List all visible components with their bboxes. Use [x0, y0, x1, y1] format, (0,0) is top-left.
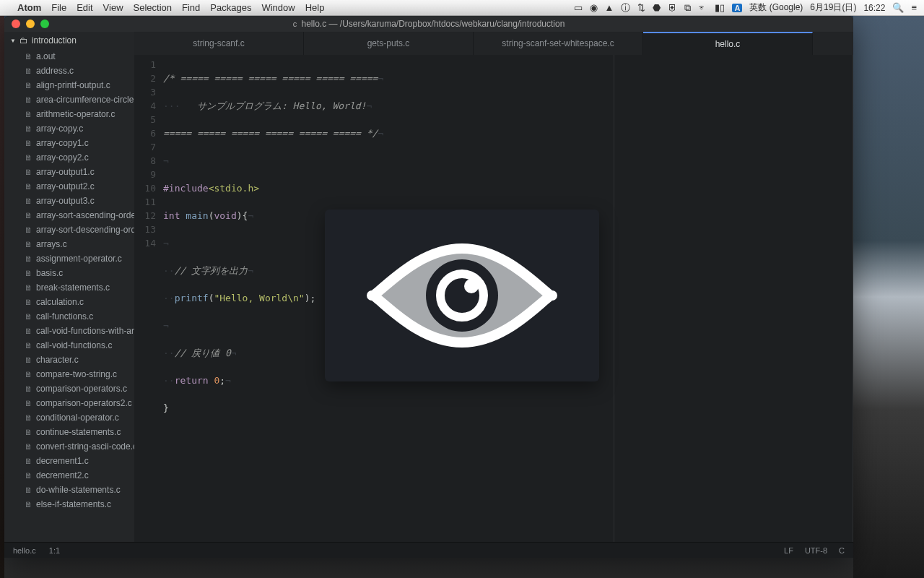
- tree-file-item[interactable]: 🗎a.out: [4, 49, 134, 64]
- tree-file-item[interactable]: 🗎array-copy1.c: [4, 136, 134, 150]
- tree-file-item[interactable]: 🗎array-sort-ascending-order.c: [4, 208, 134, 223]
- tree-file-label: call-functions.c: [36, 311, 93, 322]
- tree-file-item[interactable]: 🗎character.c: [4, 353, 134, 367]
- tree-file-item[interactable]: 🗎call-void-functions.c: [4, 338, 134, 353]
- tree-file-item[interactable]: 🗎call-functions.c: [4, 309, 134, 324]
- tree-file-item[interactable]: 🗎array-output3.c: [4, 194, 134, 208]
- tree-file-item[interactable]: 🗎array-copy.c: [4, 121, 134, 136]
- status-icon[interactable]: ▲: [605, 2, 614, 13]
- tree-file-item[interactable]: 🗎decrement1.c: [4, 454, 134, 468]
- file-icon: 🗎: [25, 486, 32, 494]
- tree-file-label: array-copy2.c: [36, 152, 89, 163]
- ime-badge[interactable]: A: [732, 4, 742, 12]
- notification-center-icon[interactable]: ≡: [911, 2, 917, 13]
- menu-edit[interactable]: Edit: [77, 2, 92, 13]
- preview-overlay[interactable]: [325, 210, 599, 381]
- battery-icon[interactable]: ▮▯: [715, 2, 725, 13]
- wifi-icon[interactable]: ᯤ: [698, 2, 707, 13]
- tree-file-label: array-output3.c: [36, 196, 95, 206]
- menu-packages[interactable]: Packages: [210, 2, 251, 13]
- app-menu[interactable]: Atom: [17, 2, 41, 13]
- minimize-button[interactable]: [26, 20, 35, 28]
- status-icon[interactable]: ▭: [574, 2, 583, 13]
- status-line-ending[interactable]: LF: [784, 546, 793, 555]
- window-titlebar[interactable]: c hello.c — /Users/karuma/Dropbox/htdocs…: [4, 16, 853, 32]
- tree-file-label: align-printf-output.c: [36, 80, 110, 90]
- tree-file-item[interactable]: 🗎arrays.c: [4, 237, 134, 251]
- tree-file-item[interactable]: 🗎continue-statements.c: [4, 425, 134, 439]
- tree-file-item[interactable]: 🗎comparison-operators2.c: [4, 396, 134, 410]
- close-button[interactable]: [12, 20, 20, 28]
- status-cursor-position[interactable]: 1:1: [49, 546, 60, 555]
- tree-file-item[interactable]: 🗎break-statements.c: [4, 280, 134, 295]
- file-icon: 🗎: [25, 95, 32, 104]
- file-icon: 🗎: [25, 327, 32, 335]
- menu-find[interactable]: Find: [182, 2, 200, 13]
- tree-file-label: area-circumference-circle.c: [36, 95, 134, 105]
- tab-bar: string-scanf.c gets-puts.c string-scanf-…: [134, 32, 853, 55]
- tree-file-item[interactable]: 🗎basis.c: [4, 266, 134, 280]
- tab-string-scanf-set-whitespace[interactable]: string-scanf-set-whitespace.c: [474, 32, 643, 55]
- file-icon: 🗎: [25, 442, 32, 451]
- folder-icon: 🗀: [19, 35, 28, 46]
- tab-gets-puts[interactable]: gets-puts.c: [304, 32, 474, 55]
- tree-file-item[interactable]: 🗎calculation.c: [4, 295, 134, 309]
- tree-file-item[interactable]: 🗎do-while-statements.c: [4, 483, 134, 497]
- tree-file-label: arithmetic-operator.c: [36, 109, 115, 119]
- ime-label[interactable]: 英数 (Google): [749, 1, 803, 14]
- tree-file-item[interactable]: 🗎address.c: [4, 64, 134, 78]
- file-icon: 🗎: [25, 312, 32, 321]
- file-icon: 🗎: [25, 182, 32, 191]
- tree-file-label: arrays.c: [36, 239, 67, 249]
- tree-root-folder[interactable]: ▼ 🗀 introduction: [4, 32, 134, 49]
- menu-help[interactable]: Help: [305, 2, 325, 13]
- tree-file-item[interactable]: 🗎assignment-operator.c: [4, 251, 134, 266]
- status-file[interactable]: hello.c: [13, 546, 36, 555]
- tree-file-item[interactable]: 🗎conditional-operator.c: [4, 410, 134, 425]
- tree-file-item[interactable]: 🗎comparison-operators.c: [4, 381, 134, 396]
- tree-file-label: compare-two-string.c: [36, 369, 117, 379]
- status-icon[interactable]: ⓘ: [621, 1, 630, 14]
- menu-file[interactable]: File: [51, 2, 66, 13]
- status-icon[interactable]: ⇅: [637, 2, 645, 13]
- tree-file-item[interactable]: 🗎array-sort-descending-order.c: [4, 223, 134, 237]
- tree-file-item[interactable]: 🗎call-void-functions-with-arg.c: [4, 324, 134, 338]
- file-icon: 🗎: [25, 370, 32, 379]
- tree-file-item[interactable]: 🗎else-if-statements.c: [4, 497, 134, 512]
- status-icon[interactable]: ⬣: [653, 2, 661, 13]
- tree-file-item[interactable]: 🗎array-output1.c: [4, 165, 134, 179]
- tree-file-item[interactable]: 🗎convert-string-ascii-code.c: [4, 439, 134, 454]
- tree-view-sidebar[interactable]: ▼ 🗀 introduction 🗎a.out🗎address.c🗎align-…: [4, 32, 134, 542]
- tab-hello[interactable]: hello.c: [643, 32, 813, 55]
- tree-file-item[interactable]: 🗎array-output2.c: [4, 179, 134, 194]
- line-number-gutter: 1234567891011121314: [134, 55, 163, 542]
- wrap-guide: [614, 55, 614, 542]
- file-icon: 🗎: [25, 283, 32, 292]
- tab-string-scanf[interactable]: string-scanf.c: [134, 32, 304, 55]
- tree-file-item[interactable]: 🗎decrement2.c: [4, 468, 134, 483]
- menu-selection[interactable]: Selection: [134, 2, 172, 13]
- menubar-date[interactable]: 6月19日(日): [810, 1, 856, 14]
- status-icon[interactable]: ◉: [590, 2, 598, 13]
- menubar-time[interactable]: 16:22: [863, 3, 885, 13]
- tree-file-item[interactable]: 🗎compare-two-string.c: [4, 367, 134, 381]
- menu-view[interactable]: View: [103, 2, 123, 13]
- tree-file-item[interactable]: 🗎area-circumference-circle.c: [4, 92, 134, 107]
- tree-file-label: do-while-statements.c: [36, 485, 121, 495]
- zoom-button[interactable]: [40, 20, 49, 28]
- dropbox-icon[interactable]: ⧉: [684, 2, 691, 14]
- file-icon: 🗎: [25, 384, 32, 393]
- tree-file-item[interactable]: 🗎array-copy2.c: [4, 150, 134, 165]
- spotlight-icon[interactable]: 🔍: [892, 2, 904, 13]
- tree-file-label: address.c: [36, 66, 74, 76]
- file-icon: 🗎: [25, 168, 32, 176]
- tree-file-item[interactable]: 🗎align-printf-output.c: [4, 78, 134, 92]
- tree-file-item[interactable]: 🗎arithmetic-operator.c: [4, 107, 134, 121]
- status-encoding[interactable]: UTF-8: [805, 546, 827, 555]
- file-icon: 🗎: [25, 471, 32, 480]
- menu-window[interactable]: Window: [261, 2, 295, 13]
- status-grammar[interactable]: C: [839, 546, 845, 555]
- file-type-icon: c: [293, 20, 297, 28]
- tree-file-label: basis.c: [36, 268, 63, 278]
- shield-icon[interactable]: ⛨: [668, 2, 677, 13]
